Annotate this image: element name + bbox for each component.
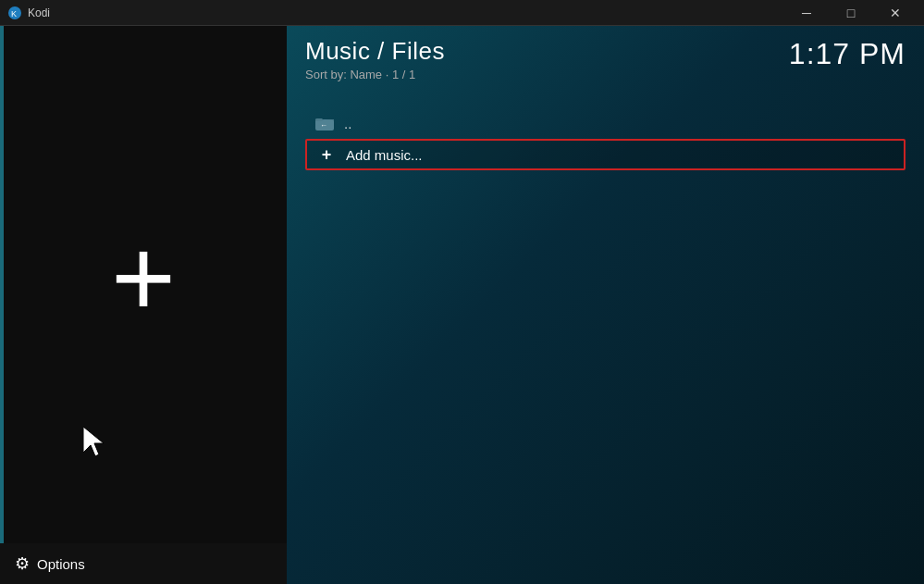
clock: 1:17 PM bbox=[789, 37, 906, 71]
left-panel: + ⚙ Options bbox=[0, 26, 287, 584]
gear-icon: ⚙ bbox=[15, 553, 30, 574]
titlebar: K Kodi ─ □ ✕ bbox=[0, 0, 924, 26]
cursor-icon bbox=[83, 427, 111, 464]
main-layout: + ⚙ Options Music / Files Sort by: Name … bbox=[0, 26, 924, 584]
svg-text:←: ← bbox=[320, 121, 327, 130]
left-accent bbox=[0, 26, 4, 584]
plus-symbol: + bbox=[322, 146, 332, 163]
back-label: .. bbox=[344, 116, 351, 131]
add-icon: + bbox=[316, 146, 337, 163]
svg-marker-2 bbox=[83, 427, 104, 456]
maximize-button[interactable]: □ bbox=[830, 0, 872, 26]
folder-back-icon: ← bbox=[314, 115, 335, 131]
list-item-back[interactable]: ← .. bbox=[305, 109, 906, 137]
content-area: ← .. + Add music... bbox=[287, 109, 924, 172]
titlebar-left: K Kodi bbox=[7, 6, 50, 20]
list-item-add-music[interactable]: + Add music... bbox=[305, 139, 906, 170]
app-title: Kodi bbox=[28, 6, 50, 19]
options-bar[interactable]: ⚙ Options bbox=[0, 543, 287, 584]
add-music-label: Add music... bbox=[346, 147, 423, 163]
titlebar-controls: ─ □ ✕ bbox=[785, 0, 917, 26]
right-panel: Music / Files Sort by: Name · 1 / 1 1:17… bbox=[287, 26, 924, 584]
app-icon: K bbox=[7, 6, 22, 20]
big-plus-icon: + bbox=[111, 222, 176, 333]
minimize-button[interactable]: ─ bbox=[785, 0, 828, 26]
close-button[interactable]: ✕ bbox=[874, 0, 917, 26]
options-label: Options bbox=[37, 556, 85, 572]
svg-text:K: K bbox=[11, 9, 17, 19]
